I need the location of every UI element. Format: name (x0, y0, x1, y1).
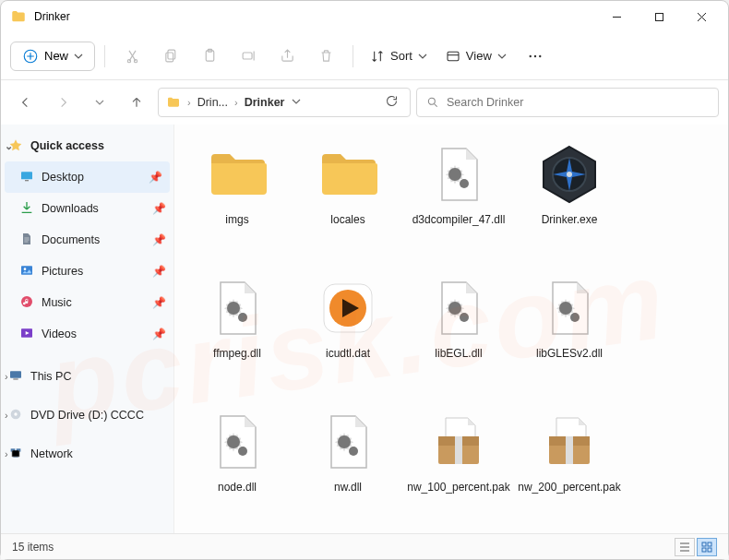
chevron-down-icon (74, 52, 83, 61)
recent-button[interactable] (84, 87, 115, 118)
breadcrumb-segment[interactable]: Drinker (245, 96, 285, 109)
maximize-button[interactable] (638, 2, 680, 31)
sidebar-item-pictures[interactable]: Pictures📌 (1, 256, 173, 287)
new-button[interactable]: New (10, 42, 95, 71)
body-area: ⌄ Quick access Desktop📌Downloads📌Documen… (1, 125, 728, 533)
svg-point-10 (529, 54, 531, 56)
file-item[interactable]: imgs (182, 137, 293, 271)
svg-rect-4 (167, 50, 174, 59)
forward-button[interactable] (47, 87, 78, 118)
up-button[interactable] (121, 87, 152, 118)
search-input[interactable] (447, 96, 709, 109)
file-item[interactable]: Drinker.exe (514, 137, 625, 271)
plus-circle-icon (22, 48, 39, 65)
file-icon (425, 275, 492, 341)
refresh-button[interactable] (385, 94, 402, 111)
sidebar-item-downloads[interactable]: Downloads📌 (1, 193, 173, 224)
sidebar-item-documents[interactable]: Documents📌 (1, 224, 173, 256)
delete-button[interactable] (308, 40, 343, 73)
sidebar-item-music[interactable]: Music📌 (1, 287, 173, 318)
sidebar-item-videos[interactable]: Videos📌 (1, 318, 173, 350)
file-item[interactable]: nw_200_percent.pak (514, 405, 625, 533)
file-item[interactable]: nw.dll (293, 405, 403, 533)
pictures-icon (19, 263, 34, 280)
svg-point-23 (14, 412, 17, 415)
downloads-icon (19, 200, 34, 218)
sidebar-item-thispc[interactable]: ›This PC (1, 361, 173, 392)
chevron-right-icon: › (232, 97, 241, 108)
file-label: imgs (225, 213, 248, 227)
file-icon (536, 275, 603, 341)
sort-button[interactable]: Sort (363, 49, 435, 64)
sidebar-item-label: Documents (42, 233, 100, 246)
file-label: locales (330, 213, 364, 227)
svg-rect-8 (243, 53, 252, 59)
breadcrumb-dropdown[interactable] (288, 96, 305, 109)
nav-row: › Drin... › Drinker (1, 80, 728, 125)
thispc-icon (8, 368, 23, 386)
sidebar-item-label: Pictures (42, 265, 83, 278)
search-icon (426, 96, 439, 109)
network-icon (8, 446, 23, 463)
file-item[interactable]: d3dcompiler_47.dll (403, 137, 514, 271)
icons-view-toggle[interactable] (697, 538, 717, 556)
file-item[interactable]: node.dll (182, 405, 293, 533)
file-item[interactable]: libEGL.dll (403, 271, 514, 405)
rename-button[interactable] (231, 40, 266, 73)
svg-point-43 (349, 447, 358, 456)
svg-rect-49 (566, 436, 573, 464)
svg-point-17 (24, 268, 27, 270)
share-button[interactable] (269, 40, 305, 73)
close-button[interactable] (680, 2, 723, 31)
separator (353, 45, 353, 67)
breadcrumb-segment[interactable]: Drin... (197, 96, 228, 109)
svg-rect-58 (702, 548, 706, 552)
paste-button[interactable] (192, 40, 227, 73)
svg-point-31 (567, 172, 572, 177)
sidebar-item-dvd[interactable]: ›DVD Drive (D:) CCCC (1, 399, 173, 431)
sidebar-item-label: Network (30, 447, 73, 460)
sort-label: Sort (390, 49, 412, 63)
file-icon (204, 275, 270, 341)
folder-icon (10, 8, 27, 25)
sidebar-quick-access[interactable]: ⌄ Quick access (1, 130, 173, 161)
sidebar-item-label: Music (42, 296, 72, 309)
view-button[interactable]: View (438, 49, 514, 64)
file-icon (315, 141, 381, 208)
pin-icon: 📌 (152, 328, 166, 340)
sidebar-item-network[interactable]: ›Network (1, 438, 173, 470)
file-grid: imgslocalesd3dcompiler_47.dllDrinker.exe… (174, 125, 728, 533)
music-icon (19, 294, 34, 312)
back-button[interactable] (10, 87, 42, 118)
pin-icon: 📌 (152, 202, 166, 215)
file-icon (315, 409, 381, 475)
file-icon (315, 275, 381, 341)
svg-point-33 (238, 313, 247, 322)
sidebar-item-desktop[interactable]: Desktop📌 (5, 161, 170, 193)
file-item[interactable]: ffmpeg.dll (182, 271, 293, 405)
more-button[interactable] (518, 40, 553, 73)
minimize-button[interactable] (595, 2, 638, 31)
cut-button[interactable] (114, 40, 149, 73)
file-item[interactable]: nw_100_percent.pak (403, 405, 514, 533)
search-box[interactable] (416, 88, 719, 117)
sidebar-item-label: Videos (42, 328, 77, 340)
window-controls (595, 2, 723, 31)
details-view-toggle[interactable] (675, 538, 695, 556)
pin-icon: 📌 (152, 296, 166, 309)
file-item[interactable]: locales (293, 137, 403, 271)
sidebar-item-label: Desktop (42, 171, 84, 184)
sidebar-item-label: Downloads (42, 202, 99, 215)
file-label: nw.dll (334, 481, 362, 494)
file-label: nw_100_percent.pak (407, 481, 509, 494)
sort-icon (370, 49, 385, 64)
svg-point-12 (539, 54, 541, 56)
copy-button[interactable] (153, 40, 188, 73)
breadcrumb[interactable]: › Drin... › Drinker (158, 88, 411, 117)
svg-rect-46 (455, 436, 462, 464)
desktop-icon (19, 169, 34, 186)
file-item[interactable]: icudtl.dat (293, 271, 403, 405)
svg-point-13 (428, 98, 435, 104)
file-item[interactable]: libGLESv2.dll (514, 271, 625, 405)
file-label: libEGL.dll (435, 347, 482, 361)
